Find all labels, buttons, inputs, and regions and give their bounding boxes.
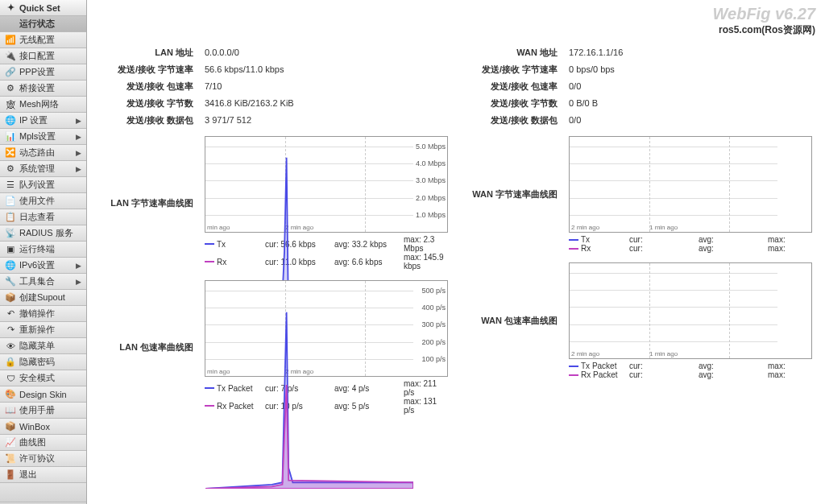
chart-section: WAN 包速率曲线图 2 min ago 1 min ago Tx Packet…	[464, 262, 812, 379]
lan-row-4: 发送/接收 数据包 3 971/7 512	[100, 114, 448, 126]
sidebar-item-20[interactable]: ↷ 重新操作	[0, 322, 86, 338]
menu-icon: ↷	[5, 324, 16, 336]
sidebar-item-21[interactable]: 👁 隐藏菜单	[0, 338, 86, 354]
chart-xtick: 2 min ago	[571, 224, 599, 231]
sidebar-item-label: Quick Set	[19, 3, 81, 13]
sidebar-item-26[interactable]: 📦 WinBox	[0, 419, 86, 435]
menu-icon: 📶	[5, 35, 16, 46]
chevron-right-icon: ▶	[76, 117, 81, 125]
lan-label-4: 发送/接收 数据包	[100, 114, 205, 126]
lan-value-1: 56.6 kbps/11.0 kbps	[205, 64, 448, 74]
sidebar-item-label: 队列设置	[19, 179, 81, 191]
sidebar-item-4[interactable]: 🔗 PPP设置	[0, 64, 86, 81]
sidebar-item-17[interactable]: 🔧 工具集合 ▶	[0, 274, 86, 290]
chart-ytick: 100 p/s	[421, 355, 446, 363]
menu-icon: 📜	[5, 453, 16, 465]
sidebar-item-18[interactable]: 📦 创建Supout	[0, 290, 86, 306]
sidebar-item-16[interactable]: 🌐 IPv6设置 ▶	[0, 258, 86, 274]
menu-icon: 📦	[5, 292, 16, 304]
sidebar-item-label: WinBox	[19, 422, 81, 432]
menu-icon: ↶	[5, 308, 16, 320]
legend-name: Tx	[581, 235, 629, 244]
chart-ytick: 2.0 Mbps	[416, 194, 446, 202]
wan-row-2: 发送/接收 包速率 0/0	[464, 81, 812, 93]
sidebar-item-label: Mpls设置	[19, 130, 76, 143]
wan-value-4: 0/0	[569, 115, 812, 125]
chart-legend: Tx cur: avg: max: Rx cur: avg: max:	[569, 235, 812, 253]
chart-xtick: 2 min ago	[571, 350, 599, 357]
sidebar-item-0[interactable]: ✦ Quick Set	[0, 0, 86, 16]
chart-box: 2 min ago 1 min ago	[569, 136, 812, 233]
wan-row-1: 发送/接收 字节速率 0 bps/0 bps	[464, 64, 812, 76]
sidebar-item-14[interactable]: 📡 RADIUS 服务	[0, 225, 86, 242]
lan-column: LAN 地址 0.0.0.0/0发送/接收 字节速率 56.6 kbps/11.…	[100, 47, 448, 496]
menu-icon: 🎨	[5, 389, 16, 400]
sidebar-item-label: 撤销操作	[19, 308, 81, 320]
wan-label-0: WAN 地址	[464, 47, 569, 59]
menu-icon: 🛡	[5, 373, 16, 384]
sidebar-item-6[interactable]: 🕸 Mesh网络	[0, 97, 86, 113]
chart-ytick: 300 p/s	[421, 320, 446, 328]
sidebar-item-1[interactable]: 运行状态	[0, 16, 86, 32]
lan-label-0: LAN 地址	[100, 47, 205, 59]
sidebar-item-label: 日志查看	[19, 211, 81, 223]
sidebar-item-label: 使用文件	[19, 195, 81, 207]
sidebar-item-12[interactable]: 📄 使用文件	[0, 193, 86, 209]
sidebar-item-label: 隐藏菜单	[19, 340, 81, 352]
sidebar-item-29[interactable]: 🚪 退出	[0, 467, 86, 483]
lan-value-3: 3416.8 KiB/2163.2 KiB	[205, 98, 448, 108]
sidebar-item-2[interactable]: 📶 无线配置	[0, 32, 86, 48]
sidebar-item-label: Design Skin	[19, 390, 81, 399]
chart-ytick: 3.0 Mbps	[416, 176, 446, 184]
app-title: WebFig v6.27	[97, 5, 815, 23]
chevron-right-icon: ▶	[76, 149, 81, 157]
sidebar-item-22[interactable]: 🔒 隐藏密码	[0, 354, 86, 370]
sidebar-item-8[interactable]: 📊 Mpls设置 ▶	[0, 129, 86, 145]
chart-legend: Tx Packet cur: avg: max: Rx Packet cur: …	[569, 361, 812, 379]
lan-value-4: 3 971/7 512	[205, 115, 448, 125]
sidebar-item-5[interactable]: ⚙ 桥接设置	[0, 81, 86, 97]
sidebar-item-7[interactable]: 🌐 IP 设置 ▶	[0, 113, 86, 129]
sidebar-item-15[interactable]: ▣ 运行终端	[0, 242, 86, 258]
sidebar-item-27[interactable]: 📈 曲线图	[0, 435, 86, 451]
sidebar-item-11[interactable]: ☰ 队列设置	[0, 177, 86, 193]
sidebar-item-13[interactable]: 📋 日志查看	[0, 209, 86, 225]
sidebar-item-28[interactable]: 📜 许可协议	[0, 451, 86, 467]
chart-box: 100 p/s200 p/s300 p/s400 p/s500 p/smin a…	[205, 280, 448, 377]
sidebar-item-10[interactable]: ⚙ 系统管理 ▶	[0, 161, 86, 177]
sidebar-item-9[interactable]: 🔀 动态路由 ▶	[0, 145, 86, 161]
wan-value-1: 0 bps/0 bps	[569, 64, 812, 74]
sidebar-item-19[interactable]: ↶ 撤销操作	[0, 306, 86, 322]
chart-box: 1.0 Mbps2.0 Mbps3.0 Mbps4.0 Mbps5.0 Mbps…	[205, 136, 448, 233]
wan-label-3: 发送/接收 字节数	[464, 97, 569, 109]
chart-ytick: 400 p/s	[421, 304, 446, 312]
chart-ytick: 1.0 Mbps	[416, 211, 446, 219]
sidebar-item-24[interactable]: 🎨 Design Skin	[0, 386, 86, 403]
sidebar-item-label: 许可协议	[19, 452, 81, 465]
legend-avg: avg:	[699, 244, 768, 253]
sidebar-item-25[interactable]: 📖 使用手册	[0, 403, 86, 419]
sidebar-item-label: 桥接设置	[19, 82, 81, 94]
sidebar-item-label: 隐藏密码	[19, 356, 81, 368]
wan-value-0: 172.16.1.1/16	[569, 48, 812, 57]
wan-label-2: 发送/接收 包速率	[464, 81, 569, 93]
sidebar-item-23[interactable]: 🛡 安全模式	[0, 370, 86, 386]
sidebar-item-label: 重新操作	[19, 324, 81, 336]
menu-icon: 🌐	[5, 260, 16, 271]
legend-swatch	[569, 239, 578, 241]
menu-icon: 🔌	[5, 51, 16, 62]
legend-swatch	[569, 366, 578, 367]
legend-avg: avg:	[699, 370, 768, 379]
chart-ytick: 4.0 Mbps	[416, 159, 446, 167]
wan-row-4: 发送/接收 数据包 0/0	[464, 114, 812, 126]
legend-max: max:	[768, 235, 812, 244]
lan-label-2: 发送/接收 包速率	[100, 81, 205, 93]
legend-avg: avg:	[699, 235, 768, 244]
legend-cur: cur:	[629, 235, 699, 244]
sidebar-item-label: 接口配置	[19, 50, 81, 62]
sidebar-item-label: 安全模式	[19, 372, 81, 384]
menu-icon: 🌐	[5, 115, 16, 126]
legend-cur: cur:	[629, 244, 699, 253]
legend-swatch	[569, 374, 578, 376]
sidebar-item-3[interactable]: 🔌 接口配置	[0, 48, 86, 64]
